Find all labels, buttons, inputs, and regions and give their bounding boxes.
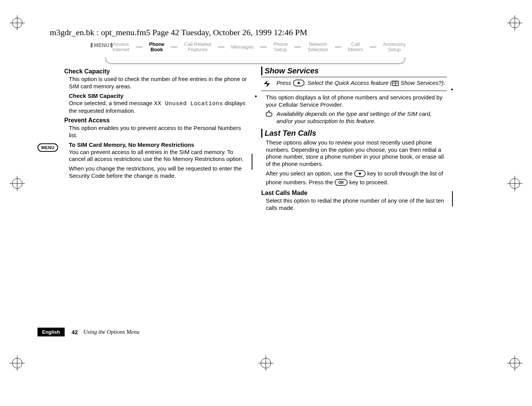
options-menu-breadcrumb: MENU AccessInternetPhoneBookCall Related… <box>90 38 407 61</box>
page-footer: English 42 Using the Options Menu <box>37 328 140 336</box>
body-text: This option is used to check the number … <box>64 76 250 90</box>
heading-check-capacity: Check Capacity <box>64 68 250 75</box>
nav-item-network: NetworkSelection <box>306 42 329 52</box>
note-row: Availability depends on the type and set… <box>261 110 447 125</box>
nav-separator <box>294 46 301 48</box>
body-text: When you change the restrictions, you wi… <box>64 165 250 180</box>
crop-mark <box>10 15 25 31</box>
nav-item-call: CallMeters <box>346 42 364 52</box>
lcd-message-text: XX Unused Locations <box>154 101 223 107</box>
framemaker-header: m3gdr_en.bk : opt_menu.fm5 Page 42 Tuesd… <box>50 28 307 37</box>
crop-mark <box>507 176 522 191</box>
crop-mark <box>10 356 25 371</box>
change-bar <box>255 96 257 97</box>
nav-item-phone: PhoneSetup <box>272 42 290 52</box>
heading-prevent-access: Prevent Access <box>64 117 250 124</box>
nav-separator <box>260 46 267 48</box>
quick-access-tip: Press . Select the Quick Access feature … <box>261 77 447 91</box>
crop-mark <box>507 15 522 31</box>
footer-section-title: Using the Options Menu <box>83 329 140 335</box>
menu-root-label: MENU <box>90 42 113 48</box>
right-column: Show Services Press . Select the Quick A… <box>261 66 447 214</box>
heading-last-calls-made: Last Calls Made <box>261 190 447 197</box>
nav-item-phone: PhoneBook <box>148 42 166 52</box>
hand-point-icon <box>266 110 277 125</box>
change-bar <box>451 89 453 90</box>
nav-item-messages: Messages <box>229 44 255 50</box>
heading-show-services: Show Services <box>261 67 447 75</box>
body-text: Select this option to redial the phone n… <box>261 197 447 212</box>
footer-language-tag: English <box>37 328 65 336</box>
svg-text:OK: OK <box>338 180 345 185</box>
nav-separator <box>369 46 376 48</box>
body-text: These options allow you to review your m… <box>261 139 447 168</box>
crop-mark <box>258 356 273 371</box>
change-bar <box>452 191 453 206</box>
up-key-icon <box>293 80 304 88</box>
footer-page-number: 42 <box>72 329 78 335</box>
crop-mark <box>507 356 522 371</box>
down-key-icon <box>354 170 366 179</box>
lightning-icon <box>261 80 273 88</box>
heading-check-sim-capacity: Check SIM Capacity <box>64 93 250 99</box>
left-column: Check Capacity This option is used to ch… <box>64 66 250 214</box>
nav-separator <box>335 46 342 48</box>
change-bar <box>252 154 252 170</box>
body-text: After you select an option, use the key … <box>261 170 447 188</box>
nav-separator <box>218 46 225 48</box>
ok-key-icon: OK <box>335 179 348 188</box>
crop-mark <box>10 176 25 191</box>
nav-separator <box>171 46 177 48</box>
book-icon <box>392 80 399 88</box>
heading-last-ten-calls: Last Ten Calls <box>261 129 447 138</box>
body-text: Once selected, a timed message XX Unused… <box>64 100 250 115</box>
nav-item-accessory: AccessorySetup <box>381 42 407 52</box>
nav-separator <box>136 46 143 48</box>
body-text: You can prevent access to all entries in… <box>64 149 250 163</box>
nav-item-access: AccessInternet <box>111 42 131 52</box>
body-text: This option enables you to prevent acces… <box>64 125 250 139</box>
menu-margin-badge: MENU <box>37 143 58 152</box>
body-text: This option displays a list of phone num… <box>261 94 447 109</box>
nav-item-call-related: Call RelatedFeatures <box>182 42 213 52</box>
heading-to-sim-no-restrictions: To SIM Card Memory, No Memory Restrictio… <box>64 141 250 148</box>
